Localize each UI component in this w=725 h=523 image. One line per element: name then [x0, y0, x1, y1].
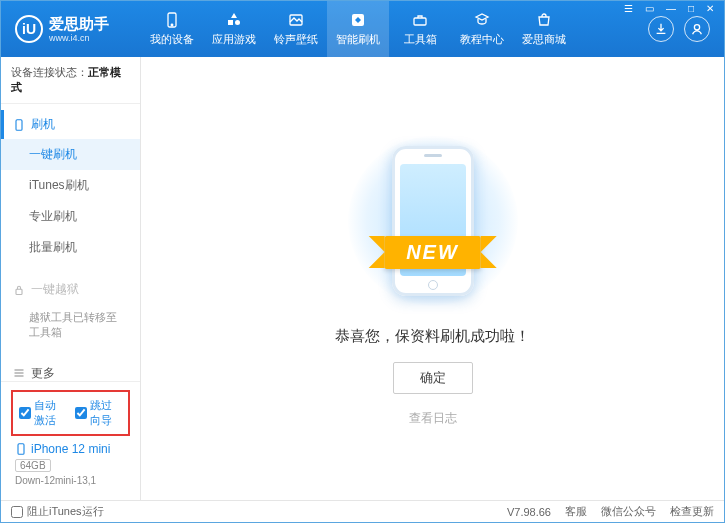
sys-skin-icon[interactable]: ▭ — [642, 3, 657, 14]
group-more-label: 更多 — [31, 365, 55, 381]
group-jailbreak-label: 一键越狱 — [31, 281, 79, 298]
download-icon — [654, 22, 668, 36]
mall-icon — [535, 11, 553, 29]
connection-status: 设备连接状态：正常模式 — [1, 57, 140, 104]
block-itunes-label: 阻止iTunes运行 — [27, 504, 104, 519]
auto-activate-label: 自动激活 — [34, 398, 67, 428]
sidebar-item-oneclick[interactable]: 一键刷机 — [1, 139, 140, 170]
nav-mall[interactable]: 爱思商城 — [513, 1, 575, 57]
sys-minimize-icon[interactable]: — — [663, 3, 679, 14]
skip-guide-checkbox[interactable]: 跳过向导 — [75, 398, 123, 428]
nav-ringtones[interactable]: 铃声壁纸 — [265, 1, 327, 57]
sys-maximize-icon[interactable]: □ — [685, 3, 697, 14]
block-itunes-checkbox[interactable]: 阻止iTunes运行 — [11, 504, 104, 519]
svg-rect-10 — [18, 444, 24, 455]
group-jailbreak-head: 一键越狱 — [1, 275, 140, 304]
svg-rect-2 — [228, 20, 233, 25]
flash-icon — [349, 11, 367, 29]
brand-title: 爱思助手 — [49, 15, 109, 33]
skip-guide-label: 跳过向导 — [90, 398, 123, 428]
ok-button[interactable]: 确定 — [393, 362, 473, 394]
nav-tutorial[interactable]: 教程中心 — [451, 1, 513, 57]
group-flash-label: 刷机 — [31, 116, 55, 133]
options-highlight-box: 自动激活 跳过向导 — [11, 390, 130, 436]
device-model: Down-12mini-13,1 — [15, 475, 126, 486]
auto-activate-checkbox[interactable]: 自动激活 — [19, 398, 67, 428]
nav-my-device[interactable]: 我的设备 — [141, 1, 203, 57]
logo-icon: iU — [15, 15, 43, 43]
group-flash-head[interactable]: 刷机 — [1, 110, 140, 139]
top-nav: 我的设备 应用游戏 铃声壁纸 智能刷机 工具箱 教程中心 爱思商城 — [141, 1, 648, 57]
wechat-link[interactable]: 微信公众号 — [601, 504, 656, 519]
sidebar-item-pro-flash[interactable]: 专业刷机 — [1, 201, 140, 232]
success-illustration: NEW — [353, 131, 513, 311]
main-content: NEW 恭喜您，保资料刷机成功啦！ 确定 查看日志 — [141, 57, 724, 500]
svg-point-3 — [235, 20, 240, 25]
nav-toolbox[interactable]: 工具箱 — [389, 1, 451, 57]
sidebar-item-batch-flash[interactable]: 批量刷机 — [1, 232, 140, 263]
more-icon — [13, 367, 25, 379]
phone-icon — [13, 119, 25, 131]
sys-settings-icon[interactable]: ☰ — [621, 3, 636, 14]
logo-area: iU 爱思助手 www.i4.cn — [1, 15, 141, 44]
nav-apps[interactable]: 应用游戏 — [203, 1, 265, 57]
footer: 阻止iTunes运行 V7.98.66 客服 微信公众号 检查更新 — [1, 500, 724, 522]
conn-label: 设备连接状态： — [11, 66, 88, 78]
nav-label: 我的设备 — [150, 32, 194, 47]
check-update-link[interactable]: 检查更新 — [670, 504, 714, 519]
nav-label: 铃声壁纸 — [274, 32, 318, 47]
svg-rect-6 — [414, 18, 426, 25]
nav-label: 教程中心 — [460, 32, 504, 47]
apps-icon — [225, 11, 243, 29]
nav-label: 工具箱 — [404, 32, 437, 47]
lock-icon — [13, 284, 25, 296]
nav-label: 爱思商城 — [522, 32, 566, 47]
svg-point-1 — [171, 24, 173, 26]
sidebar-item-itunes-flash[interactable]: iTunes刷机 — [1, 170, 140, 201]
svg-rect-8 — [16, 119, 22, 130]
success-text: 恭喜您，保资料刷机成功啦！ — [335, 327, 530, 346]
sys-close-icon[interactable]: ✕ — [703, 3, 717, 14]
user-button[interactable] — [684, 16, 710, 42]
user-icon — [690, 22, 704, 36]
new-ribbon: NEW — [384, 236, 481, 269]
phone-icon — [163, 11, 181, 29]
header: iU 爱思助手 www.i4.cn 我的设备 应用游戏 铃声壁纸 智能刷机 工具… — [1, 1, 724, 57]
jailbreak-note: 越狱工具已转移至 工具箱 — [1, 304, 140, 347]
download-button[interactable] — [648, 16, 674, 42]
device-name: iPhone 12 mini — [31, 442, 110, 456]
nav-smart-flash[interactable]: 智能刷机 — [327, 1, 389, 57]
svg-rect-9 — [16, 289, 22, 294]
device-block[interactable]: iPhone 12 mini 64GB Down-12mini-13,1 — [11, 436, 130, 492]
version-label: V7.98.66 — [507, 506, 551, 518]
brand-sub: www.i4.cn — [49, 33, 109, 44]
svg-point-7 — [694, 25, 699, 30]
customer-service-link[interactable]: 客服 — [565, 504, 587, 519]
nav-label: 智能刷机 — [336, 32, 380, 47]
group-more-head[interactable]: 更多 — [1, 359, 140, 381]
view-log-link[interactable]: 查看日志 — [409, 410, 457, 427]
device-capacity: 64GB — [15, 459, 51, 472]
sidebar: 设备连接状态：正常模式 刷机 一键刷机 iTunes刷机 专业刷机 批量刷机 一… — [1, 57, 141, 500]
toolbox-icon — [411, 11, 429, 29]
wallpaper-icon — [287, 11, 305, 29]
tutorial-icon — [473, 11, 491, 29]
nav-label: 应用游戏 — [212, 32, 256, 47]
phone-icon — [15, 443, 27, 455]
